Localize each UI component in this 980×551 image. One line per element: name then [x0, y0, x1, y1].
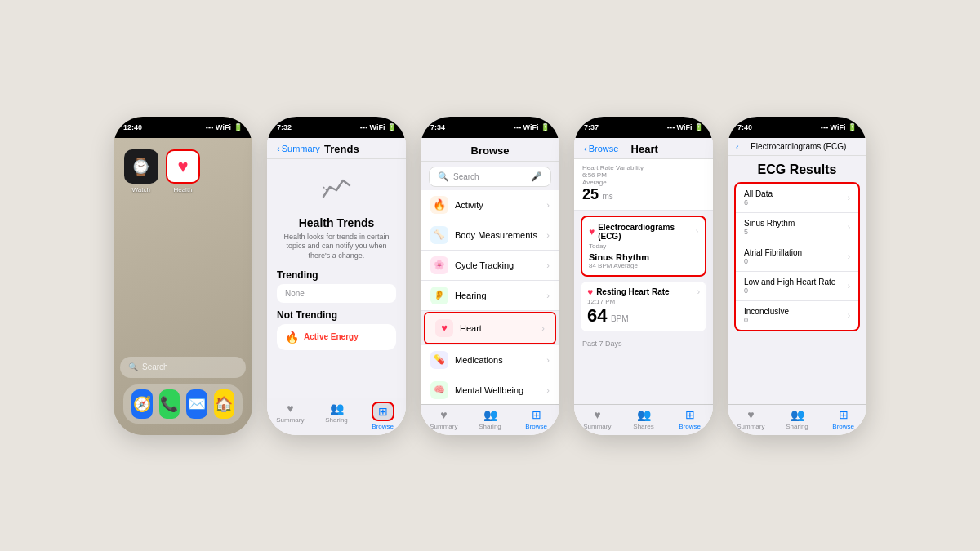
inconclusive-chevron: ›	[848, 311, 850, 320]
browse-item-activity[interactable]: 🔥 Activity ›	[421, 190, 559, 220]
search-icon-home: 🔍	[128, 362, 138, 371]
cycle-icon: 🌸	[430, 256, 448, 274]
rhr-value: 64	[587, 305, 607, 326]
screenshots-container: 12:40 ▪▪▪ WiFi 🔋 ⌚ Watch ♥ He	[97, 92, 883, 460]
health-label: Health	[173, 186, 192, 193]
ecg-results-list: All Data 6 › Sinus Rhythm 5 › Atrial Fib…	[734, 182, 860, 331]
status-bar-4: 7:37 ▪▪▪ WiFi 🔋	[574, 117, 713, 138]
active-energy-text: Active Energy	[304, 332, 359, 341]
hrv-section: Heart Rate Variability 6:56 PM Average 2…	[574, 159, 713, 211]
ecg-card-header: ♥ Electrocardiograms (ECG) ›	[589, 223, 698, 241]
browse-item-heart[interactable]: ♥ Heart ›	[425, 313, 555, 343]
body-icon: 🦴	[430, 226, 448, 244]
back-button-2[interactable]: ‹ Summary	[277, 144, 320, 153]
active-energy-card[interactable]: 🔥 Active Energy	[277, 324, 396, 350]
time-2: 7:32	[277, 123, 292, 131]
all-data-count: 6	[744, 198, 773, 207]
chevron-activity: ›	[546, 200, 550, 210]
status-icons-1: ▪▪▪ WiFi 🔋	[206, 123, 243, 131]
tab-sharing-5[interactable]: 👥 Sharing	[774, 408, 821, 430]
phone-home-screen: 12:40 ▪▪▪ WiFi 🔋 ⌚ Watch ♥ He	[114, 117, 252, 435]
browse-icon-3: ⊞	[532, 408, 541, 421]
chevron-left-icon-4: ‹	[584, 144, 587, 153]
chevron-heart: ›	[541, 323, 545, 333]
medications-label: Medications	[455, 355, 546, 365]
sharing-icon-5: 👥	[791, 408, 804, 421]
heart-label: Heart	[460, 323, 541, 333]
hrv-avg: Average	[582, 179, 705, 186]
back-label-4: Browse	[589, 144, 619, 153]
ecg-result-text: Sinus Rhythm	[589, 252, 698, 262]
rhr-card[interactable]: ♥ Resting Heart Rate › 12:17 PM 64 BPM	[581, 282, 706, 331]
phone-trends: 7:32 ▪▪▪ WiFi 🔋 ‹ Summary Trends	[267, 117, 406, 435]
tab-browse-3[interactable]: ⊞ Browse	[513, 408, 559, 430]
back-button-4[interactable]: ‹ Browse	[584, 144, 618, 153]
all-data-chevron: ›	[848, 193, 850, 202]
ecg-result-sinus[interactable]: Sinus Rhythm 5 ›	[736, 213, 858, 242]
browse-item-mental[interactable]: 🧠 Mental Wellbeing ›	[421, 375, 559, 404]
heart-content: Heart Rate Variability 6:56 PM Average 2…	[574, 159, 713, 404]
status-icons-2: ▪▪▪ WiFi 🔋	[360, 123, 397, 131]
summary-icon-3: ♥	[440, 408, 447, 421]
tab-bar-2: ♥ Summary 👥 Sharing ⊞ Browse	[267, 398, 406, 435]
tab-summary-2[interactable]: ♥ Summary	[267, 402, 314, 430]
phone-dock[interactable]: 📞	[159, 389, 180, 419]
safari-dock[interactable]: 🧭	[131, 389, 153, 419]
tab-sharing-2[interactable]: 👥 Sharing	[314, 402, 360, 430]
afib-chevron: ›	[848, 252, 850, 261]
tab-bar-5: ♥ Summary 👥 Sharing ⊞ Browse	[728, 404, 866, 435]
tab-browse-5[interactable]: ⊞ Browse	[820, 408, 866, 430]
search-bar[interactable]: 🔍 Search 🎤	[429, 167, 551, 187]
mental-icon: 🧠	[430, 381, 448, 399]
activity-label: Activity	[455, 200, 546, 210]
watch-app-icon[interactable]: ⌚ Watch	[123, 149, 158, 193]
wifi-icon: WiFi	[216, 123, 231, 131]
status-bar-5: 7:40 ▪▪▪ WiFi 🔋	[728, 117, 866, 138]
mail-dock[interactable]: ✉️	[186, 389, 207, 419]
ecg-sub-text: 84 BPM Average	[589, 262, 698, 269]
rhr-unit: BPM	[611, 314, 629, 323]
status-bar-2: 7:32 ▪▪▪ WiFi 🔋	[267, 117, 406, 138]
rhr-heart-icon: ♥	[587, 287, 593, 298]
shares-icon-4: 👥	[637, 408, 651, 421]
time-5: 7:40	[737, 123, 752, 131]
health-app-icon[interactable]: ♥ Health	[165, 149, 200, 193]
tab-summary-5[interactable]: ♥ Summary	[728, 408, 774, 430]
home-search-bar[interactable]: 🔍 Search	[120, 357, 246, 378]
trends-nav-title: Trends	[324, 143, 359, 155]
phone-icon: 📞	[160, 395, 178, 413]
browse-item-cycle[interactable]: 🌸 Cycle Tracking ›	[421, 251, 559, 281]
trends-graphic-icon	[277, 174, 396, 210]
ecg-result-all-data[interactable]: All Data 6 ›	[736, 184, 858, 213]
heart-browse-icon: ♥	[435, 319, 453, 337]
tab-browse-4[interactable]: ⊞ Browse	[666, 408, 713, 430]
hrv-value: 25	[582, 186, 599, 202]
trends-nav: ‹ Summary Trends	[267, 138, 406, 159]
tab-summary-3[interactable]: ♥ Summary	[421, 408, 467, 430]
browse-icon-4: ⊞	[685, 408, 695, 421]
browse-item-hearing[interactable]: 👂 Hearing ›	[421, 281, 559, 311]
ecg-card[interactable]: ♥ Electrocardiograms (ECG) › Today Sinus…	[581, 216, 706, 277]
ecg-card-title: Electrocardiograms (ECG)	[598, 223, 693, 241]
tab-browse-2[interactable]: ⊞ Browse	[359, 402, 406, 430]
back-label-2: Summary	[282, 144, 320, 153]
ecg-result-sinus-content: Sinus Rhythm 5	[744, 219, 795, 236]
trending-label: Trending	[277, 269, 396, 281]
browse-item-body[interactable]: 🦴 Body Measurements ›	[421, 220, 559, 251]
ecg-result-afib[interactable]: Atrial Fibrillation 0 ›	[736, 242, 858, 272]
ecg-heart-icon: ♥	[589, 226, 595, 238]
signal-icon: ▪▪▪	[206, 123, 214, 131]
browse-item-medications[interactable]: 💊 Medications ›	[421, 345, 559, 375]
ecg-result-inconclusive[interactable]: Inconclusive 0 ›	[736, 301, 858, 330]
mail-icon: ✉️	[188, 395, 206, 413]
sinus-count: 5	[744, 228, 795, 236]
tab-sharing-3[interactable]: 👥 Sharing	[467, 408, 514, 430]
status-bar-1: 12:40 ▪▪▪ WiFi 🔋	[114, 117, 252, 138]
time-1: 12:40	[123, 123, 142, 131]
ecg-result-inconclusive-content: Inconclusive 0	[744, 307, 789, 324]
ecg-result-low-high[interactable]: Low and High Heart Rate 0 ›	[736, 272, 858, 301]
tab-summary-4[interactable]: ♥ Summary	[574, 408, 621, 430]
home-dock[interactable]: 🏠	[214, 389, 235, 419]
afib-name: Atrial Fibrillation	[744, 248, 802, 257]
tab-shares-4[interactable]: 👥 Shares	[621, 408, 667, 430]
